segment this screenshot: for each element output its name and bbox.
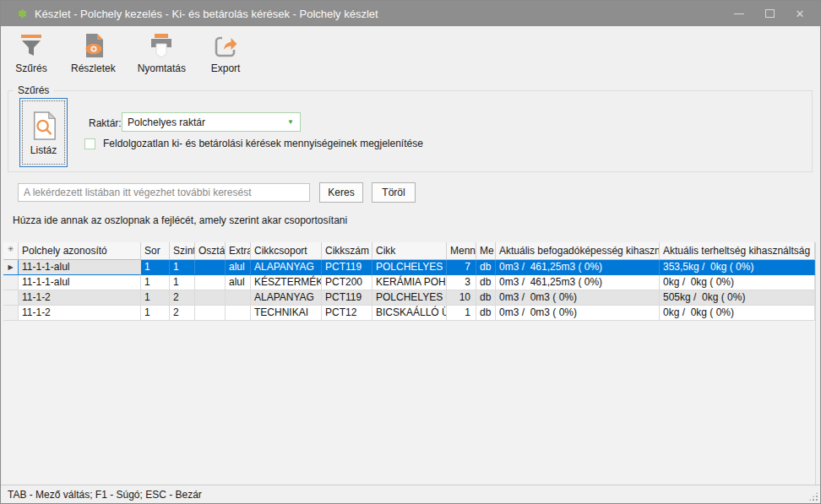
row-indicator: [3, 290, 19, 306]
print-button-label: Nyomtatás: [138, 62, 186, 74]
details-button[interactable]: Részletek: [65, 29, 122, 77]
column-header-me[interactable]: Me: [476, 242, 496, 260]
warehouse-select[interactable]: Polchelyes raktár ▼: [122, 112, 301, 132]
cell-szint[interactable]: 1: [170, 260, 195, 275]
cell-menny[interactable]: 10: [447, 290, 476, 306]
group-by-hint: Húzza ide annak az oszlopnak a fejlécét,…: [13, 214, 347, 226]
cell-extra[interactable]: alul: [226, 275, 251, 290]
column-header-terhelt[interactable]: Aktuális terheltség kihasználtság: [660, 242, 815, 260]
details-eye-icon: [79, 31, 107, 62]
cell-cikkszam[interactable]: PCT12: [322, 306, 372, 321]
search-button[interactable]: Keres: [319, 182, 363, 203]
clear-button[interactable]: Töröl: [372, 182, 416, 203]
cell-terhelt[interactable]: 505kg / 0kg ( 0%): [660, 290, 815, 306]
cell-cikk[interactable]: BICSKAÁLLÓ ÜVE: [372, 306, 447, 321]
cell-terhelt[interactable]: 353,5kg / 0kg ( 0%): [660, 260, 815, 275]
cell-oszta[interactable]: [195, 260, 226, 275]
table-row[interactable]: 11-1-2 1 2 TECHNIKAI PCT12 BICSKAÁLLÓ ÜV…: [3, 306, 815, 321]
cell-extra[interactable]: [226, 306, 251, 321]
cell-extra[interactable]: alul: [226, 260, 251, 275]
cell-me[interactable]: db: [476, 260, 496, 275]
cell-polchely[interactable]: 11-1-2: [19, 306, 141, 321]
details-button-label: Részletek: [71, 62, 116, 74]
print-button[interactable]: Nyomtatás: [132, 29, 192, 77]
cell-cikkcsoport[interactable]: ALAPANYAG: [251, 290, 322, 306]
cell-cikkszam[interactable]: PCT119: [322, 290, 372, 306]
cell-cikkcsoport[interactable]: ALAPANYAG: [251, 260, 322, 275]
export-button-label: Export: [211, 62, 241, 74]
data-grid: ✳ Polchely azonosító Sor Szint Osztá Ext…: [3, 242, 816, 485]
cell-polchely[interactable]: 11-1-1-alul: [19, 275, 141, 290]
search-input[interactable]: [18, 183, 310, 202]
cell-menny[interactable]: 7: [447, 260, 476, 275]
cell-polchely[interactable]: 11-1-2: [19, 290, 141, 306]
column-header-befogado[interactable]: Aktuális befogadóképesség kihasznált: [496, 242, 660, 260]
cell-menny[interactable]: 3: [447, 275, 476, 290]
cell-befogado[interactable]: 0m3 / 0m3 ( 0%): [496, 290, 660, 306]
statusbar: TAB - Mező váltás; F1 - Súgó; ESC - Bezá…: [1, 485, 820, 503]
cell-befogado[interactable]: 0m3 / 0m3 ( 0%): [496, 306, 660, 321]
cell-terhelt[interactable]: 0kg / 0kg ( 0%): [660, 275, 815, 290]
export-button[interactable]: Export: [202, 29, 249, 77]
unprocessed-requests-checkbox[interactable]: [84, 138, 95, 149]
cell-szint[interactable]: 1: [170, 275, 195, 290]
column-header-menny[interactable]: Menny: [447, 242, 476, 260]
cell-cikkszam[interactable]: PCT200: [322, 275, 372, 290]
column-header-polchely[interactable]: Polchely azonosító: [19, 242, 141, 260]
cell-cikkcsoport[interactable]: KÉSZTERMÉK: [251, 275, 322, 290]
column-header-sor[interactable]: Sor: [141, 242, 170, 260]
cell-me[interactable]: db: [476, 290, 496, 306]
column-header-cikkszam[interactable]: Cikkszám: [322, 242, 372, 260]
app-icon: ✽: [18, 8, 27, 19]
filter-button[interactable]: Szűrés: [8, 29, 55, 77]
cell-oszta[interactable]: [195, 290, 226, 306]
grid-header-row: ✳ Polchely azonosító Sor Szint Osztá Ext…: [3, 242, 815, 260]
maximize-button[interactable]: [754, 1, 785, 26]
cell-sor[interactable]: 1: [141, 290, 170, 306]
cell-cikkszam[interactable]: PCT119: [322, 260, 372, 275]
warehouse-select-value: Polchelyes raktár: [128, 117, 205, 128]
table-row[interactable]: ▶ 11-1-1-alul 1 1 alul ALAPANYAG PCT119 …: [3, 260, 815, 275]
document-search-icon: [30, 110, 57, 142]
cell-cikk[interactable]: KERÁMIA POHÁR: [372, 275, 447, 290]
cell-oszta[interactable]: [195, 306, 226, 321]
window-title: Készlet - Polchely kezelés - Ki- és betá…: [35, 8, 378, 20]
cell-terhelt[interactable]: 0kg / 0kg ( 0%): [660, 306, 815, 321]
cell-sor[interactable]: 1: [141, 275, 170, 290]
toolbar: Szűrés Részletek Nyomtatás: [8, 29, 249, 77]
printer-icon: [147, 31, 176, 62]
cell-extra[interactable]: [226, 290, 251, 306]
cell-sor[interactable]: 1: [141, 260, 170, 275]
cell-cikkcsoport[interactable]: TECHNIKAI: [251, 306, 322, 321]
cell-cikk[interactable]: POLCHELYES CIK: [372, 290, 447, 306]
cell-befogado[interactable]: 0m3 / 461,25m3 ( 0%): [496, 260, 660, 275]
column-header-oszta[interactable]: Osztá: [195, 242, 226, 260]
cell-me[interactable]: db: [476, 275, 496, 290]
list-button[interactable]: Listáz: [19, 98, 68, 167]
column-header-cikkcsoport[interactable]: Cikkcsoport: [251, 242, 322, 260]
header-asterisk-icon[interactable]: ✳: [3, 242, 19, 260]
cell-oszta[interactable]: [195, 275, 226, 290]
cell-sor[interactable]: 1: [141, 306, 170, 321]
close-button[interactable]: ✕: [785, 1, 815, 26]
minimize-button[interactable]: [724, 1, 754, 26]
filter-icon: [17, 31, 46, 62]
export-arrow-icon: [211, 31, 240, 62]
list-button-label: Listáz: [30, 144, 57, 156]
column-header-szint[interactable]: Szint: [170, 242, 195, 260]
cell-befogado[interactable]: 0m3 / 461,25m3 ( 0%): [496, 275, 660, 290]
column-header-cikk[interactable]: Cikk: [372, 242, 447, 260]
resize-grip[interactable]: [808, 491, 818, 501]
table-row[interactable]: 11-1-1-alul 1 1 alul KÉSZTERMÉK PCT200 K…: [3, 275, 815, 290]
cell-menny[interactable]: 1: [447, 306, 476, 321]
window-controls: ✕: [724, 1, 815, 26]
unprocessed-requests-checkbox-label[interactable]: Feldolgozatlan ki- és betárolási kérések…: [103, 138, 423, 149]
table-row[interactable]: 11-1-2 1 2 ALAPANYAG PCT119 POLCHELYES C…: [3, 290, 815, 306]
cell-me[interactable]: db: [476, 306, 496, 321]
row-indicator: [3, 275, 19, 290]
cell-cikk[interactable]: POLCHELYES CIK: [372, 260, 447, 275]
cell-szint[interactable]: 2: [170, 306, 195, 321]
column-header-extra[interactable]: Extra: [226, 242, 251, 260]
cell-polchely[interactable]: 11-1-1-alul: [19, 260, 141, 275]
cell-szint[interactable]: 2: [170, 290, 195, 306]
